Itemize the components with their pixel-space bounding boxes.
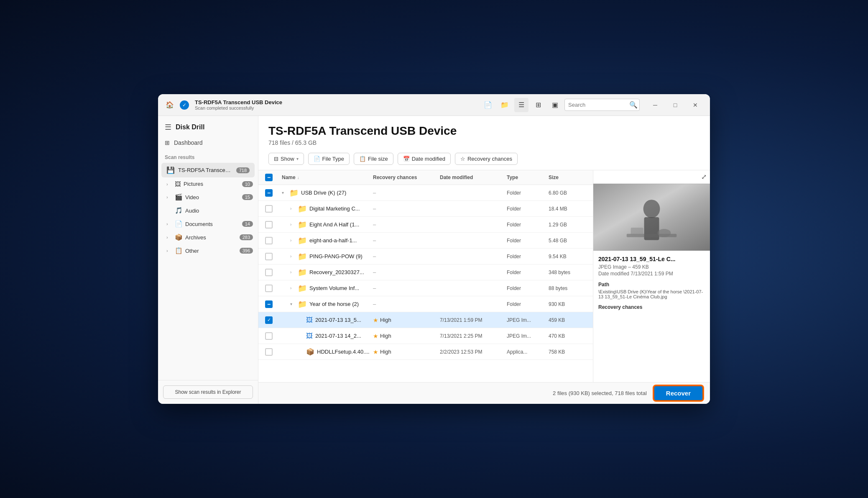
expand-icon[interactable]: ▾ [282,190,287,195]
archives-icon: 📦 [175,234,183,241]
other-badge: 396 [240,248,253,254]
search-input[interactable] [568,102,627,108]
sort-arrow-icon: ↓ [297,175,299,180]
date-column-header[interactable]: Date modified [440,175,507,180]
preview-path-value: \Existing\USB Drive (K)\Year of the hors… [598,289,705,299]
expand-icon[interactable]: › [290,222,295,227]
expand-icon[interactable]: › [290,270,295,275]
menu-icon[interactable]: ☰ [165,123,171,132]
other-label: Other [185,248,237,254]
date-modified-label: Date modified [412,156,445,162]
table-row[interactable]: › 📁 System Volume Inf... – Folder 88 byt… [258,280,593,296]
titlebar-actions: 📄 📁 ☰ ⊞ ▣ 🔍 ─ □ ✕ [481,98,705,112]
list-view-button[interactable]: ☰ [514,98,528,112]
page-subtitle: 718 files / 65.3 GB [268,139,700,146]
date-modified-filter-button[interactable]: 📅 Date modified [398,153,451,165]
recovery-value: – [373,285,376,291]
select-all-checkbox[interactable]: − [265,174,273,181]
content-header: TS-RDF5A Transcend USB Device 718 files … [258,116,710,170]
recovery-column-header[interactable]: Recovery chances [373,175,440,180]
table-row[interactable]: › 📁 PING-PANG-POW (9) – Folder 9.54 KB [258,249,593,264]
home-button[interactable]: 🏠 [163,98,176,112]
folder-icon: 📁 [298,220,307,229]
table-row[interactable]: ✓ 🖼 2021-07-13 13_5... ★ High [258,312,593,328]
recovery-value: – [373,301,376,307]
chevron-right-icon: › [166,182,172,187]
video-icon: 🎬 [175,193,183,201]
search-box[interactable]: 🔍 [564,99,640,111]
row-checkbox[interactable] [265,332,273,340]
table-row[interactable]: − ▾ 📁 USB Drive (K) (27) – Folder 6.80 G… [258,185,593,201]
show-in-explorer-button[interactable]: Show scan results in Explorer [163,385,253,399]
folder-view-button[interactable]: 📁 [498,98,512,112]
show-filter-button[interactable]: ⊟ Show ▾ [268,153,304,165]
scan-results-label: Scan results [158,150,258,163]
expand-icon[interactable]: › [290,206,295,211]
row-checkbox[interactable] [265,253,273,260]
file-size-filter-button[interactable]: 📋 File size [354,153,393,165]
expand-icon[interactable]: › [290,286,295,290]
folder-icon: 📁 [298,236,307,245]
table-row[interactable]: › 📁 Eight And A Half (1... – Folder 1.29… [258,217,593,233]
expand-icon[interactable]: › [290,254,295,259]
folder-icon: 📁 [298,300,307,309]
pictures-label: Pictures [184,181,240,187]
recovery-value: – [373,237,376,244]
sidebar-item-documents[interactable]: › 📄 Documents 14 [158,217,258,231]
documents-badge: 14 [242,221,253,227]
table-row[interactable]: › 📁 Recovery_20230327... – Folder 348 by… [258,264,593,280]
row-checkbox[interactable]: − [265,300,273,308]
recover-button[interactable]: Recover [654,385,703,401]
expand-icon[interactable]: ▾ [290,302,295,306]
table-row[interactable]: › 📁 eight-and-a-half-1... – Folder 5.48 … [258,233,593,249]
sidebar-device-item[interactable]: 💾 TS-RDF5A Transcend US... 718 [161,163,255,177]
grid-view-button[interactable]: ⊞ [531,98,545,112]
video-badge: 15 [242,194,253,200]
row-checkbox[interactable] [265,348,273,356]
sidebar-item-audio[interactable]: 🎵 Audio [158,204,258,217]
recovery-chances-filter-button[interactable]: ☆ Recovery chances [455,153,518,165]
titlebar-status: Scan completed successfully [195,105,282,110]
sidebar-item-archives[interactable]: › 📦 Archives 283 [158,231,258,244]
size-column-header[interactable]: Size [549,175,586,180]
row-checkbox[interactable] [265,237,273,244]
name-column-header[interactable]: Name ↓ [282,175,373,180]
file-view-button[interactable]: 📄 [481,98,495,112]
row-type: Folder [507,270,549,275]
row-size: 1.29 GB [549,222,586,228]
table-row[interactable]: 📦 HDDLLFsetup.4.40.... ★ High 2/2/2023 1… [258,344,593,360]
table-row[interactable]: 🖼 2021-07-13 14_2... ★ High 7/13/2021 2:… [258,328,593,344]
type-column-header[interactable]: Type [507,175,549,180]
row-date: 7/13/2021 2:25 PM [440,333,507,339]
row-name: HDDLLFsetup.4.40.... [317,349,370,355]
sidebar-item-other[interactable]: › 📋 Other 396 [158,244,258,257]
maximize-button[interactable]: □ [666,98,685,112]
split-view-button[interactable]: ▣ [548,98,562,112]
row-type: Folder [507,190,549,196]
row-checkbox[interactable]: − [265,189,273,197]
search-icon: 🔍 [629,101,638,109]
minimize-button[interactable]: ─ [646,98,665,112]
table-row[interactable]: − ▾ 📁 Year of the horse (2) – Folder 930… [258,296,593,312]
sidebar-item-pictures[interactable]: › 🖼 Pictures 10 [158,177,258,190]
sidebar-item-dashboard[interactable]: ⊞ Dashboard [158,135,258,150]
expand-icon[interactable]: › [290,238,295,243]
row-checkbox[interactable] [265,269,273,276]
row-name: eight-and-a-half-1... [309,237,357,244]
file-type-filter-button[interactable]: 📄 File Type [308,153,350,165]
row-checkbox[interactable] [265,205,273,213]
row-checkbox[interactable] [265,285,273,292]
preview-recovery-label: Recovery chances [598,304,705,310]
sidebar-item-video[interactable]: › 🎬 Video 15 [158,190,258,204]
row-name: USB Drive (K) (27) [301,190,346,196]
recovery-value: – [373,253,376,259]
sidebar: ☰ Disk Drill ⊞ Dashboard Scan results 💾 … [158,116,258,404]
row-checkbox[interactable] [265,221,273,228]
row-checkbox[interactable]: ✓ [265,316,273,324]
file-size-label: File size [368,156,388,162]
external-link-button[interactable]: ⤢ [701,173,707,181]
row-type: Folder [507,254,549,259]
recovery-value: – [373,190,376,196]
close-button[interactable]: ✕ [686,98,705,112]
table-row[interactable]: › 📁 Digital Marketing C... – Folder 18.4… [258,201,593,217]
